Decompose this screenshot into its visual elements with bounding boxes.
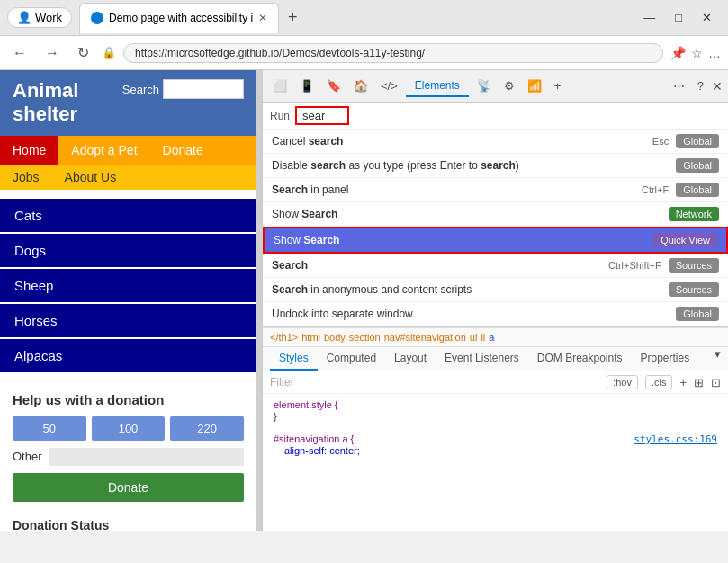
nav-item[interactable]: Donate bbox=[150, 136, 216, 165]
nav-item[interactable]: Adopt a Pet bbox=[58, 136, 149, 165]
cmd-item-text: Show Search bbox=[272, 208, 669, 220]
css-source-link[interactable]: styles.css:169 bbox=[634, 433, 717, 445]
home-icon[interactable]: 🏠 bbox=[349, 76, 373, 95]
profile-icon: 👤 bbox=[17, 11, 31, 24]
breadcrumb-item[interactable]: li bbox=[481, 332, 485, 343]
dom-breadcrumb: </th1>htmlbodysectionnav#sitenavigationu… bbox=[263, 327, 728, 347]
command-palette: Run sear Cancel search Esc Global Disabl… bbox=[263, 103, 728, 327]
minimize-button[interactable]: — bbox=[634, 7, 664, 28]
cursor-icon[interactable]: ⬜ bbox=[268, 76, 292, 95]
site-search-input[interactable] bbox=[163, 79, 244, 99]
add-style-icon[interactable]: + bbox=[679, 376, 687, 389]
site-header: Animal shelter Search bbox=[0, 70, 256, 136]
breadcrumb-item[interactable]: nav#sitenavigation bbox=[384, 332, 466, 343]
maximize-button[interactable]: □ bbox=[666, 7, 691, 28]
new-tab-button[interactable]: + bbox=[283, 6, 303, 29]
other-input[interactable] bbox=[49, 448, 244, 466]
css-block-sitenavigation: styles.css:169 #sitenavigation a { align… bbox=[263, 428, 728, 462]
animal-list: Cats Dogs Sheep Horses Alpacas bbox=[0, 190, 256, 381]
command-item[interactable]: Search in panel Ctrl+F Global bbox=[263, 178, 728, 202]
code-icon[interactable]: </> bbox=[376, 76, 402, 95]
nav-jobs-item[interactable]: Jobs bbox=[0, 165, 52, 190]
cmd-item-text: Undock into separate window bbox=[272, 308, 676, 320]
refresh-button[interactable]: ↻ bbox=[72, 42, 94, 63]
styles-more-icon[interactable]: ▾ bbox=[715, 347, 721, 371]
animal-alpacas[interactable]: Alpacas bbox=[0, 339, 256, 372]
inspect-icon[interactable]: ⊡ bbox=[711, 376, 721, 389]
command-item[interactable]: Disable search as you type (press Enter … bbox=[263, 154, 728, 178]
bookmark-icon[interactable]: 🔖 bbox=[322, 76, 346, 95]
breadcrumb-item[interactable]: </th1> bbox=[270, 332, 298, 343]
tab-event-listeners[interactable]: Event Listeners bbox=[436, 347, 528, 371]
command-item[interactable]: Show Search Quick View bbox=[263, 227, 728, 254]
command-item[interactable]: Cancel search Esc Global bbox=[263, 130, 728, 154]
breadcrumb-item[interactable]: html bbox=[301, 332, 320, 343]
new-property-icon[interactable]: ⊞ bbox=[694, 376, 704, 389]
main-area: Animal shelter Search HomeAdopt a PetDon… bbox=[0, 70, 728, 531]
breadcrumb-item[interactable]: a bbox=[489, 332, 494, 343]
wifi-icon[interactable]: 📶 bbox=[523, 76, 546, 95]
settings-icon[interactable]: ⚙ bbox=[499, 76, 519, 95]
amount-50[interactable]: 50 bbox=[13, 416, 86, 441]
title-bar-left: 👤 Work bbox=[7, 7, 72, 28]
question-icon[interactable]: ? bbox=[693, 76, 708, 95]
cmd-shortcut: Ctrl+F bbox=[642, 184, 669, 195]
animal-sheep[interactable]: Sheep bbox=[0, 269, 256, 302]
command-item[interactable]: Search Ctrl+Shift+F Sources bbox=[263, 254, 728, 278]
cmd-badge: Global bbox=[676, 134, 719, 148]
donate-button[interactable]: Donate bbox=[13, 473, 244, 502]
title-bar: 👤 Work Demo page with accessibility iss … bbox=[0, 0, 728, 36]
tab-styles[interactable]: Styles bbox=[270, 347, 318, 371]
animal-dogs[interactable]: Dogs bbox=[0, 234, 256, 267]
star-icon[interactable]: ☆ bbox=[691, 46, 703, 60]
address-bar: ← → ↻ 🔒 📌 ☆ … bbox=[0, 36, 728, 70]
animal-cats[interactable]: Cats bbox=[0, 199, 256, 232]
back-button[interactable]: ← bbox=[7, 43, 32, 63]
nav-item[interactable]: Home bbox=[0, 136, 58, 165]
window-controls: — □ ✕ bbox=[634, 7, 721, 28]
devtools-panel: ⬜ 📱 🔖 🏠 </> Elements 📡 ⚙ 📶 + ⋯ ? ✕ Run s… bbox=[262, 70, 728, 531]
cmd-badge: Global bbox=[676, 183, 719, 197]
nav-about-item[interactable]: About Us bbox=[52, 165, 130, 190]
cmd-badge: Global bbox=[676, 158, 719, 173]
cmd-input[interactable]: sear bbox=[295, 106, 349, 125]
hov-filter[interactable]: :hov bbox=[607, 375, 638, 389]
filter-row: Filter :hov .cls + ⊞ ⊡ bbox=[263, 371, 728, 394]
cls-filter[interactable]: .cls bbox=[645, 375, 673, 389]
amount-220[interactable]: 220 bbox=[170, 416, 244, 441]
tab-layout[interactable]: Layout bbox=[385, 347, 436, 371]
animal-horses[interactable]: Horses bbox=[0, 304, 256, 337]
more-icon[interactable]: … bbox=[708, 46, 721, 60]
lock-icon: 🔒 bbox=[102, 46, 116, 59]
cmd-badge: Sources bbox=[669, 258, 719, 273]
breadcrumb-item[interactable]: body bbox=[324, 332, 346, 343]
tab-properties[interactable]: Properties bbox=[632, 347, 699, 371]
command-item[interactable]: Search in anonymous and content scripts … bbox=[263, 278, 728, 302]
amount-100[interactable]: 100 bbox=[92, 416, 166, 441]
donation-status-title: Donation Status bbox=[0, 513, 256, 531]
css-block-element-style: element.style { } bbox=[263, 394, 728, 428]
address-input[interactable] bbox=[123, 43, 663, 63]
breadcrumb-item[interactable]: section bbox=[349, 332, 381, 343]
tab-elements[interactable]: Elements bbox=[406, 76, 469, 97]
tab-computed[interactable]: Computed bbox=[318, 347, 385, 371]
network-icon[interactable]: 📡 bbox=[472, 76, 496, 95]
command-item[interactable]: Show Search Network bbox=[263, 202, 728, 227]
tab-close-button[interactable]: ✕ bbox=[258, 12, 267, 24]
device-icon[interactable]: 📱 bbox=[295, 76, 319, 95]
site-navigation: HomeAdopt a PetDonate bbox=[0, 136, 256, 165]
site-search-area: Search bbox=[122, 79, 244, 99]
forward-button[interactable]: → bbox=[40, 43, 65, 63]
command-item[interactable]: Undock into separate window Global bbox=[263, 302, 728, 326]
overflow-icon[interactable]: ⋯ bbox=[669, 76, 689, 95]
cmd-badge: Global bbox=[676, 307, 719, 321]
close-button[interactable]: ✕ bbox=[693, 7, 721, 28]
active-tab[interactable]: Demo page with accessibility iss ✕ bbox=[79, 3, 279, 33]
work-button[interactable]: 👤 Work bbox=[7, 7, 72, 28]
tab-dom-breakpoints[interactable]: DOM Breakpoints bbox=[528, 347, 632, 371]
devtools-close-button[interactable]: ✕ bbox=[712, 79, 723, 94]
breadcrumb-item[interactable]: ul bbox=[470, 332, 478, 343]
pin-icon[interactable]: 📌 bbox=[670, 46, 686, 60]
add-icon[interactable]: + bbox=[550, 76, 566, 95]
cmd-badge: Network bbox=[669, 207, 719, 221]
